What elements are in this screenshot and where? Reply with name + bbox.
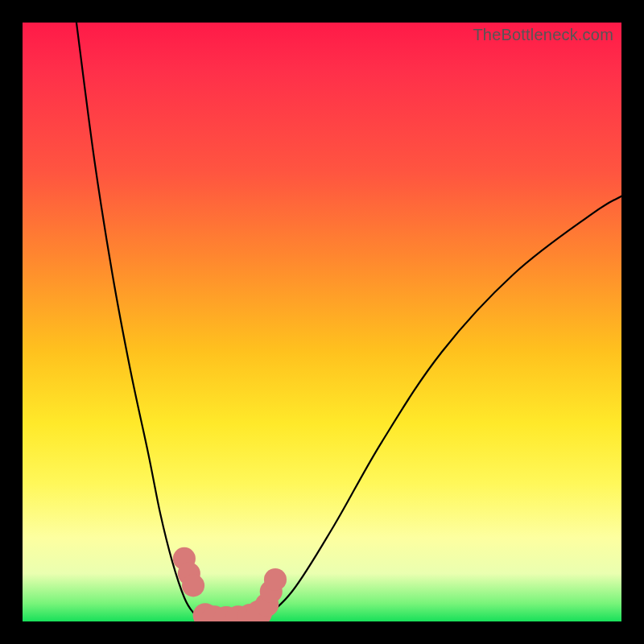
chart-svg — [23, 23, 621, 621]
data-marker — [264, 568, 287, 591]
marker-layer — [173, 547, 287, 621]
curve-layer — [76, 23, 621, 621]
bottleneck-curve — [76, 23, 621, 621]
data-marker — [182, 574, 204, 597]
chart-plot-area: TheBottleneck.com — [23, 23, 621, 621]
chart-frame: TheBottleneck.com — [0, 0, 644, 644]
